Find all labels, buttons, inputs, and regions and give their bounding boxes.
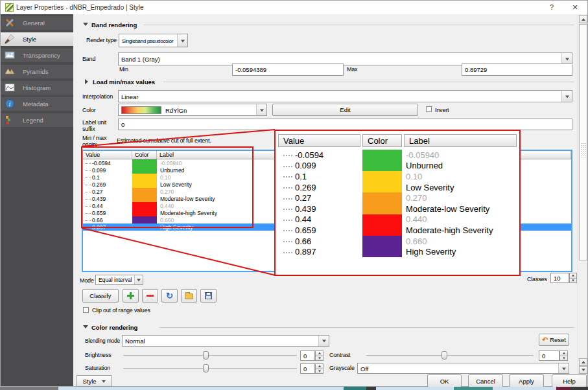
tools-icon	[5, 17, 15, 28]
invert-label: Invert	[435, 107, 449, 113]
saturation-slider-handle[interactable]	[203, 364, 209, 373]
collapse-arrow-color-rendering[interactable]	[83, 325, 88, 328]
label-cell: 0.10	[402, 171, 517, 182]
apply-button[interactable]: Apply	[509, 374, 544, 387]
sidebar-item-transparency[interactable]: Transparency	[1, 49, 73, 62]
color-ramp-combo[interactable]: RdYlGn	[118, 104, 267, 116]
saturation-spinner[interactable]	[315, 363, 323, 374]
vertical-scrollbar[interactable]	[578, 14, 587, 374]
brightness-spinner[interactable]	[315, 350, 323, 361]
sidebar-item-pyramids[interactable]: Pyramids	[1, 65, 73, 78]
table-row: 0.660.660	[278, 236, 517, 247]
add-entry-button[interactable]	[123, 289, 139, 303]
label-cell: 0.440	[402, 214, 517, 225]
interpolation-combo[interactable]: Linear	[118, 90, 572, 102]
table-row: 0.659Moderate-high Severity	[278, 225, 517, 236]
plus-icon	[127, 292, 134, 299]
magnified-table-inset: Value Color Label -0.0594-0.059400.099Un…	[274, 130, 521, 276]
folder-icon	[185, 293, 193, 299]
sidebar-item-legend[interactable]: Legend	[1, 113, 73, 127]
contrast-input[interactable]: 0	[539, 350, 559, 361]
color-label: Color	[82, 107, 96, 113]
value-cell: 0.099	[278, 161, 362, 172]
svg-text:i: i	[8, 100, 10, 108]
color-ramp-preview	[121, 106, 161, 114]
label-cell: Moderate-low Severity	[402, 203, 517, 214]
invert-checkbox[interactable]	[426, 106, 432, 112]
contrast-slider[interactable]	[366, 355, 534, 356]
brightness-input[interactable]: 0	[300, 350, 315, 361]
value-cell: 0.44	[278, 214, 362, 225]
style-menu-button[interactable]: Style	[76, 375, 112, 387]
max-input[interactable]: 0.89729	[462, 63, 572, 76]
value-cell: 0.439	[278, 203, 362, 214]
value-cell: 0.659	[278, 225, 362, 236]
saturation-input[interactable]: 0	[300, 363, 315, 374]
edit-button[interactable]: Edit	[272, 104, 418, 116]
sidebar-item-histogram[interactable]: Histogram	[1, 81, 73, 95]
scroll-up-button-bottom[interactable]	[579, 358, 587, 366]
clip-checkbox[interactable]	[83, 307, 89, 313]
brightness-slider-handle[interactable]	[203, 351, 209, 360]
zoom-annotation-line-top	[82, 129, 275, 147]
render-type-label: Render type	[86, 37, 117, 43]
sidebar-item-style[interactable]: Style	[1, 32, 73, 46]
value-column-header: Value	[278, 134, 360, 147]
refresh-button[interactable]: ↻	[161, 289, 178, 303]
help-button[interactable]: Help	[552, 374, 587, 387]
label-cell: -0.05940	[402, 150, 517, 161]
pyramids-icon	[5, 66, 15, 76]
max-label: Max	[347, 66, 357, 73]
sidebar-item-metadata[interactable]: i Metadata	[1, 97, 73, 111]
contrast-slider-handle[interactable]	[441, 351, 447, 360]
chevron-down-icon	[177, 34, 187, 47]
load-minmax-header: Load min/max values	[93, 78, 155, 86]
collapse-arrow-load-minmax[interactable]	[85, 79, 88, 84]
scroll-down-button[interactable]	[579, 366, 587, 374]
collapse-arrow-band-rendering[interactable]	[83, 23, 88, 26]
minus-icon	[147, 295, 154, 297]
scrollbar-grip	[580, 143, 586, 158]
brightness-slider[interactable]	[123, 355, 297, 356]
render-type-combo[interactable]: Singleband pseudocolor	[119, 34, 188, 47]
grayscale-combo[interactable]: Off	[357, 363, 569, 374]
scrollbar-thumb[interactable]	[579, 24, 587, 260]
divider	[144, 25, 574, 25]
label-cell: Unburned	[402, 161, 517, 172]
table-row: 0.269Low Severity	[278, 182, 517, 193]
min-input[interactable]: -0.0594389	[232, 63, 344, 76]
color-column-header: Color	[362, 134, 402, 147]
table-row: 0.099Unburned	[278, 161, 517, 172]
cancel-button[interactable]: Cancel	[468, 374, 503, 387]
table-row: 0.897High Severity	[278, 246, 517, 257]
saturation-label: Saturation	[85, 365, 110, 371]
close-button[interactable]: ✕	[570, 3, 580, 12]
background-map-strip	[454, 387, 493, 390]
sidebar-item-general[interactable]: General	[1, 16, 73, 30]
classes-input[interactable]: 10	[550, 273, 569, 283]
blending-mode-combo[interactable]: Normal	[122, 335, 329, 347]
value-cell: 0.27	[278, 192, 362, 203]
help-button[interactable]: ?	[547, 3, 556, 11]
save-colormap-button[interactable]	[200, 289, 217, 303]
color-swatch	[362, 192, 402, 203]
scroll-up-button[interactable]	[579, 15, 587, 23]
zoom-annotation-rect	[81, 146, 253, 228]
classes-spinner[interactable]	[569, 273, 577, 283]
contrast-spinner[interactable]	[559, 350, 568, 361]
remove-entry-button[interactable]	[142, 289, 158, 303]
saturation-slider[interactable]	[123, 368, 297, 369]
mode-combo[interactable]: Equal interval	[95, 275, 143, 285]
classify-button[interactable]: Classify	[82, 289, 119, 303]
ok-button[interactable]: OK	[427, 374, 462, 387]
background-app-strip	[0, 387, 588, 390]
min-label: Min	[119, 66, 128, 73]
color-swatch	[362, 171, 402, 182]
label-cell: 0.660	[402, 236, 517, 247]
load-colormap-button[interactable]	[181, 289, 197, 303]
table-row: 0.270.270	[278, 192, 517, 203]
chevron-down-icon	[558, 363, 569, 373]
minmax-origin-label-1: Min / max	[82, 135, 106, 141]
label-unit-suffix-input[interactable]: 0	[118, 119, 572, 130]
reset-button[interactable]: ↶ Reset	[539, 334, 569, 346]
